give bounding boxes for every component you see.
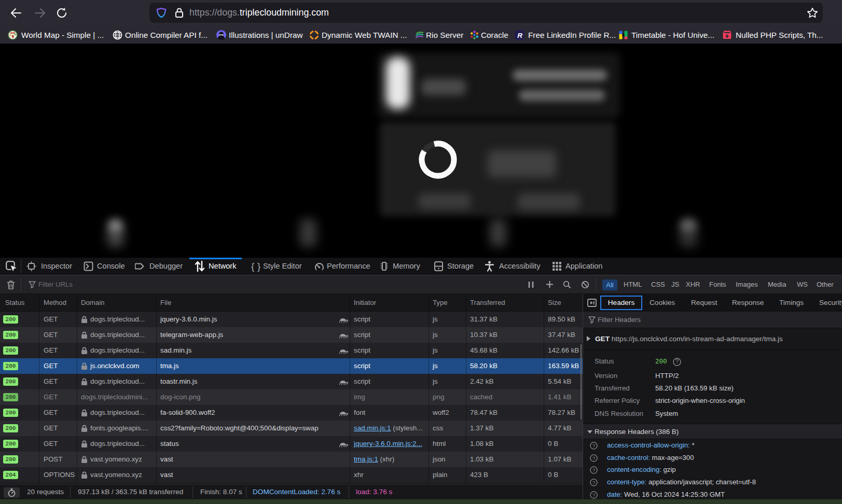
- svg-text:?: ?: [592, 480, 595, 485]
- svg-text:?: ?: [592, 443, 595, 449]
- svg-text:?: ?: [592, 493, 595, 498]
- svg-text:?: ?: [592, 456, 595, 461]
- svg-text:?: ?: [675, 359, 679, 365]
- svg-text:?: ?: [592, 468, 595, 473]
- svg-text:R: R: [517, 32, 522, 39]
